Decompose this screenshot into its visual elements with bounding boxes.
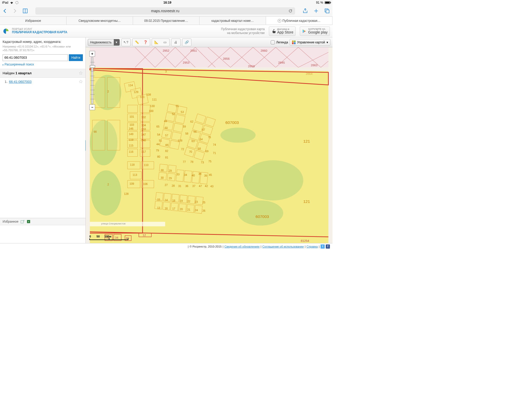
svg-rect-43 [108, 77, 120, 108]
svg-text:31: 31 [178, 184, 181, 188]
svg-text:2953: 2953 [183, 61, 190, 64]
svg-text:147: 147 [141, 133, 146, 136]
svg-text:34: 34 [184, 173, 187, 176]
svg-text:100: 100 [149, 109, 154, 112]
svg-text:148: 148 [141, 139, 146, 142]
twitter-icon[interactable]: t [321, 244, 325, 249]
footer-link-help[interactable]: Справка [307, 245, 318, 248]
results-list: 1.66:41:0607003 [0, 78, 85, 218]
tabs-button[interactable] [324, 8, 330, 14]
result-link[interactable]: 66:41:0607003 [9, 80, 32, 84]
zoom-handle[interactable] [90, 65, 95, 68]
svg-text:115: 115 [129, 144, 134, 147]
svg-text:121: 121 [303, 199, 310, 204]
svg-text:103: 103 [130, 123, 134, 126]
svg-text:25: 25 [202, 201, 205, 204]
svg-text:117: 117 [141, 150, 146, 153]
favorites-header[interactable]: Избранное X [0, 218, 85, 225]
tab-sverdlovsk[interactable]: Свердловским многодетны… [66, 17, 133, 25]
svg-text:26: 26 [202, 209, 205, 212]
svg-text:40: 40 [192, 174, 195, 177]
gplay-icon [302, 29, 307, 34]
print-button[interactable]: 🖨 [172, 39, 180, 45]
reload-icon[interactable] [288, 9, 292, 13]
footer-link-updates[interactable]: Сведения об обновлениях [224, 245, 260, 248]
advanced-search-link[interactable]: Расширенный поиск [3, 63, 34, 66]
tab-favorites[interactable]: Избранное [0, 17, 66, 25]
svg-text:39: 39 [204, 174, 207, 177]
close-tab-icon[interactable]: ✕ [278, 19, 281, 23]
mobile-promo: Публичная кадастровая карта на мобильном… [221, 27, 265, 35]
googleplay-button[interactable]: ЗАГРУЗИТЕ НА Google play [300, 26, 330, 36]
svg-text:X: X [28, 221, 29, 223]
measure-path-button[interactable]: 📏 [133, 39, 141, 45]
layer-dropdown[interactable]: Недвижимость ▾ [88, 39, 120, 46]
svg-text:23: 23 [195, 200, 198, 203]
svg-text:62: 62 [190, 120, 194, 123]
area-button[interactable]: ▭ [161, 39, 169, 45]
search-input[interactable] [3, 54, 68, 61]
star-icon[interactable] [79, 71, 83, 75]
svg-text:2858: 2858 [248, 64, 255, 68]
svg-text:121: 121 [303, 139, 310, 143]
export-icon[interactable] [21, 220, 25, 223]
appstore-button[interactable]: Доступно в App Store [269, 26, 296, 36]
svg-text:73: 73 [201, 161, 204, 164]
svg-text:14: 14 [165, 198, 168, 202]
zoom-in-button[interactable]: + [89, 51, 95, 57]
map-area: Недвижимость ▾ ↖? 📏 ❓ 📐 ▭ 🖨 🔗 Легенда Уп… [86, 37, 332, 243]
svg-text:149: 149 [129, 132, 134, 136]
zoom-out-button[interactable]: − [89, 104, 95, 110]
tab-kvartal[interactable]: кадастровый квартал номе… [200, 17, 266, 25]
safari-toolbar: maps.rosreestr.ru [0, 5, 332, 17]
back-button[interactable] [3, 9, 7, 13]
star-icon[interactable] [79, 80, 83, 84]
search-button[interactable]: Найти [69, 54, 83, 61]
excel-icon[interactable]: X [27, 220, 31, 223]
tab-09022015[interactable]: 09.02.2015 Предоставление… [133, 17, 200, 25]
svg-text:2951: 2951 [190, 49, 197, 52]
svg-point-38 [221, 128, 256, 143]
bookmarks-button[interactable] [22, 8, 28, 14]
svg-text:102: 102 [141, 116, 146, 119]
zoom-slider[interactable] [91, 57, 93, 104]
layers-control-button[interactable]: Управление картой ▾ [290, 39, 330, 46]
loading-icon [15, 1, 19, 4]
link-button[interactable]: 🔗 [183, 39, 191, 45]
footer-link-terms[interactable]: Соглашение об использовании [262, 245, 304, 248]
new-tab-button[interactable] [313, 8, 319, 14]
forward-button[interactable] [12, 9, 17, 13]
result-item[interactable]: 1.66:41:0607003 [0, 78, 85, 86]
svg-text:37: 37 [192, 184, 195, 188]
wifi-icon [10, 1, 14, 4]
svg-text:60: 60 [165, 126, 168, 129]
svg-text:131: 131 [140, 95, 145, 98]
footer: | © Росреестр, 2010-2015 | Сведения об о… [0, 243, 332, 249]
grid-icon [292, 41, 296, 44]
clock: 16:19 [163, 1, 171, 4]
logo-title: ПУБЛИЧНАЯ КАДАСТРОВАЯ КАРТА [12, 31, 67, 34]
svg-text:38: 38 [198, 172, 201, 175]
svg-text:2856: 2856 [223, 57, 230, 60]
svg-text:18: 18 [172, 199, 175, 202]
ruler-button[interactable]: 📐 [152, 39, 160, 45]
svg-text:75: 75 [208, 160, 211, 163]
info-tool-button[interactable]: ❓ [142, 39, 149, 45]
share-button[interactable] [302, 8, 308, 14]
map-canvas[interactable]: 2952 2951 2953 2860 2856 2858 2845 2863 … [86, 47, 332, 243]
select-tool-button[interactable]: ↖? [122, 39, 130, 45]
svg-text:78: 78 [190, 160, 194, 163]
battery-icon [325, 1, 330, 4]
svg-text:65: 65 [156, 125, 159, 128]
svg-text:104: 104 [141, 124, 146, 127]
svg-text:55: 55 [176, 104, 179, 108]
search-hint: Например «61:6:10104:12», «61:6:*», «Мос… [3, 45, 83, 52]
svg-text:2952: 2952 [163, 49, 169, 52]
facebook-icon[interactable]: f [326, 244, 330, 249]
svg-text:82: 82 [165, 149, 168, 152]
sidebar: Кадастровый номер, адрес, координата: На… [0, 37, 86, 243]
ios-status-bar: iPad 16:19 91 % [0, 0, 332, 5]
legend-checkbox[interactable]: Легенда [271, 40, 288, 44]
address-bar[interactable]: maps.rosreestr.ru [35, 7, 295, 15]
tab-rosreestr[interactable]: ✕ Публичная кадастровая… [266, 17, 332, 25]
